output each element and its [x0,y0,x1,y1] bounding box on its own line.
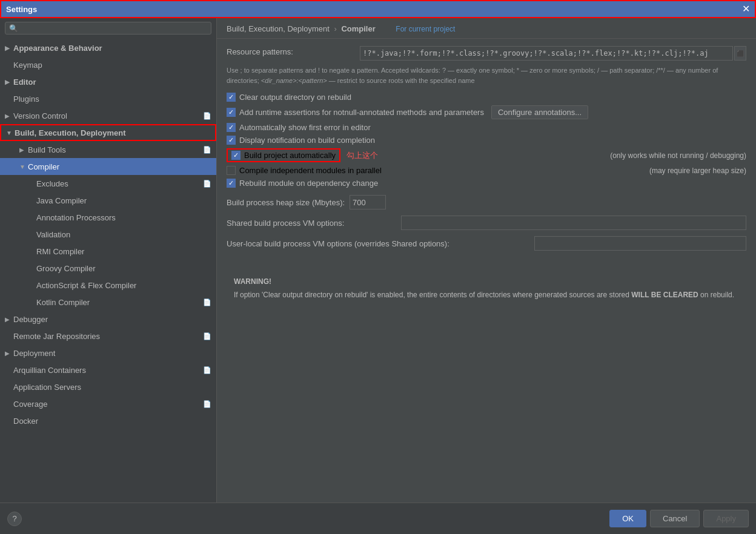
show-first-error-checkbox[interactable] [227,123,236,132]
show-first-error-row: Automatically show first error in editor [227,123,746,132]
sidebar-item-deployment[interactable]: ▶ Deployment [0,344,216,361]
configure-annotations-button[interactable]: Configure annotations... [491,105,588,119]
sidebar-item-app-servers[interactable]: Application Servers [0,378,216,395]
show-first-error-label: Automatically show first error in editor [239,123,371,132]
page-icon-remote-jar: 📄 [203,332,211,340]
expand-button[interactable]: ⬛ [734,46,746,61]
rebuild-module-label: Rebuild module on dependency change [239,179,378,188]
sidebar-item-remote-jar[interactable]: Remote Jar Repositories 📄 [0,328,216,344]
sidebar-item-version-control[interactable]: ▶ Version Control 📄 [0,107,216,124]
sidebar-item-debugger[interactable]: ▶ Debugger [0,311,216,328]
build-auto-checkbox[interactable] [231,151,240,160]
sidebar-item-editor[interactable]: ▶ Editor [0,73,216,90]
sidebar-item-rmi-compiler[interactable]: RMI Compiler [0,243,216,260]
heap-size-row: Build process heap size (Mbytes): [227,195,746,209]
compile-parallel-label: Compile independent modules in parallel [239,166,382,175]
clear-output-row: Clear output directory on rebuild [227,93,746,102]
display-notification-checkbox[interactable] [227,136,236,145]
bottom-bar: ? OK Cancel Apply [0,503,756,534]
compile-parallel-row: Compile independent modules in parallel … [227,166,746,175]
resource-patterns-label: Resource patterns: [227,46,360,56]
add-runtime-checkbox[interactable] [227,108,236,117]
shared-vm-input[interactable] [401,216,746,230]
sidebar-item-build-tools[interactable]: ▶ Build Tools 📄 [0,141,216,158]
build-auto-highlight: Build project automatically [227,148,340,162]
main-content: 🔍 ▶ Appearance & Behavior Keymap ▶ [0,18,756,503]
resource-patterns-input[interactable] [360,46,733,61]
user-vm-input[interactable] [534,236,746,251]
sidebar-item-annotation-processors[interactable]: Annotation Processors [0,209,216,226]
shared-vm-label: Shared build process VM options: [227,219,396,228]
warning-text: If option 'Clear output directory on reb… [234,289,739,300]
panel-header: Build, Execution, Deployment › Compiler … [217,18,756,39]
nav-tree: ▶ Appearance & Behavior Keymap ▶ Editor … [0,38,216,503]
ok-button[interactable]: OK [609,510,646,527]
build-auto-label: Build project automatically [244,151,336,160]
sidebar-item-appearance[interactable]: ▶ Appearance & Behavior [0,39,216,56]
sidebar-item-excludes[interactable]: Excludes 📄 [0,175,216,192]
sidebar-item-docker[interactable]: Docker [0,412,216,429]
rebuild-module-checkbox[interactable] [227,179,236,188]
right-panel: Build, Execution, Deployment › Compiler … [217,18,756,503]
sidebar-item-keymap[interactable]: Keymap [0,56,216,73]
sidebar-item-coverage[interactable]: Coverage 📄 [0,395,216,412]
shared-vm-row: Shared build process VM options: [227,216,746,230]
sidebar-item-groovy-compiler[interactable]: Groovy Compiler [0,260,216,277]
search-wrap[interactable]: 🔍 [5,22,211,35]
user-vm-row: User-local build process VM options (ove… [227,236,746,251]
build-auto-row: Build project automatically 勾上这个 (only w… [227,148,746,162]
search-icon: 🔍 [9,24,18,33]
sidebar-item-kotlin-compiler[interactable]: Kotlin Compiler 📄 [0,294,216,311]
title-bar: Settings ✕ [0,0,756,18]
add-runtime-row: Add runtime assertions for notnull-annot… [227,105,746,119]
page-icon-kotlin: 📄 [203,298,211,306]
panel-body: Resource patterns: ⬛ Use ; to separate p… [217,39,756,503]
sidebar-item-arquillian[interactable]: Arquillian Containers 📄 [0,361,216,378]
apply-button[interactable]: Apply [703,510,749,527]
project-link[interactable]: For current project [396,25,455,33]
user-vm-label: User-local build process VM options (ove… [227,239,529,248]
heap-size-label: Build process heap size (Mbytes): [227,198,345,207]
clear-output-label: Clear output directory on rebuild [239,93,351,102]
build-auto-note: 勾上这个 [346,150,378,161]
resource-patterns-row: Resource patterns: ⬛ [227,46,746,61]
display-notification-row: Display notification on build completion [227,136,746,145]
close-button[interactable]: ✕ [742,4,750,14]
heap-size-input[interactable] [350,195,386,209]
page-icon-arquillian: 📄 [203,366,211,374]
cancel-button[interactable]: Cancel [650,510,700,527]
rebuild-module-row: Rebuild module on dependency change [227,179,746,188]
page-icon-build-tools: 📄 [203,146,211,154]
sidebar-item-validation[interactable]: Validation [0,226,216,243]
sidebar-item-build-execution[interactable]: ▼ Build, Execution, Deployment [0,124,216,141]
action-buttons: OK Cancel Apply [609,510,749,527]
hint-text: Use ; to separate patterns and ! to nega… [227,65,746,85]
page-icon-excludes: 📄 [203,180,211,188]
page-icon-version-control: 📄 [203,112,211,120]
help-button[interactable]: ? [7,512,22,526]
sidebar: 🔍 ▶ Appearance & Behavior Keymap ▶ [0,18,217,503]
build-auto-side: (only works while not running / debuggin… [610,151,746,160]
sidebar-item-compiler[interactable]: ▼ Compiler [0,158,216,175]
breadcrumb: Build, Execution, Deployment › Compiler … [227,24,455,33]
warning-box: WARNING! If option 'Clear output directo… [227,269,746,308]
sidebar-item-java-compiler[interactable]: Java Compiler [0,192,216,209]
search-bar: 🔍 [0,18,216,38]
sidebar-item-actionscript-compiler[interactable]: ActionScript & Flex Compiler [0,277,216,294]
sidebar-item-plugins[interactable]: Plugins [0,90,216,107]
compile-parallel-checkbox[interactable] [227,166,236,175]
compile-parallel-side: (may require larger heap size) [649,166,746,175]
settings-dialog: Settings ✕ 🔍 ▶ Appearance & Behavior [0,0,756,534]
warning-title: WARNING! [234,276,739,287]
clear-output-checkbox[interactable] [227,93,236,102]
display-notification-label: Display notification on build completion [239,136,375,145]
dialog-title: Settings [6,5,37,14]
add-runtime-label: Add runtime assertions for notnull-annot… [239,108,484,117]
page-icon-coverage: 📄 [203,400,211,408]
search-input[interactable] [21,24,207,33]
